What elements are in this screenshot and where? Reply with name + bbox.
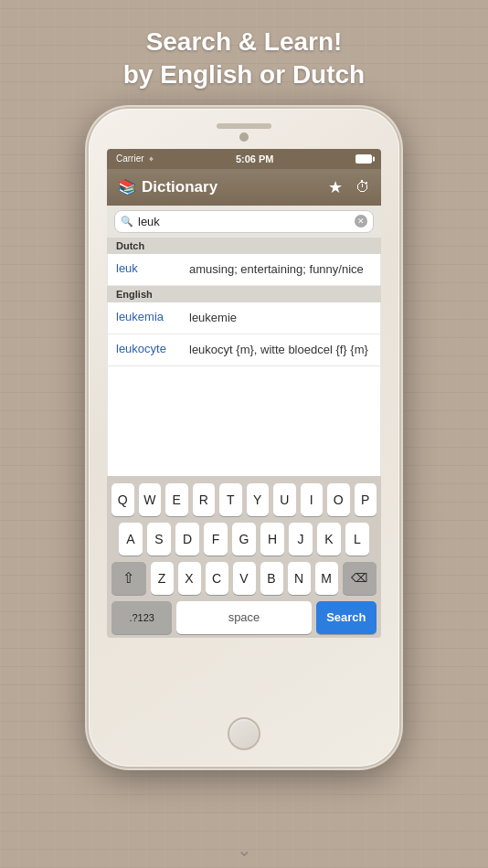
keyboard-row-1: Q W E R T Y U I O P <box>111 483 377 516</box>
key-k[interactable]: K <box>317 523 341 556</box>
key-s[interactable]: S <box>147 523 171 556</box>
result-word-leukocyte[interactable]: leukocyte <box>116 342 189 355</box>
status-time: 5:06 PM <box>236 153 274 164</box>
book-icon: 📚 <box>118 178 136 196</box>
home-button[interactable] <box>228 717 260 750</box>
nav-title: Dictionary <box>142 178 217 196</box>
result-def-leukemia: leukemie <box>189 310 372 326</box>
scroll-down-indicator: ⌄ <box>237 839 252 861</box>
key-r[interactable]: R <box>193 483 216 516</box>
keyboard-row-2: A S D F G H J K L <box>111 523 377 556</box>
phone-frame: Carrier ⌖ 5:06 PM 📚 Dictionary ★ ⏱ 🔍 le <box>89 109 399 767</box>
key-q[interactable]: Q <box>111 483 134 516</box>
carrier-label: Carrier ⌖ <box>116 153 154 164</box>
key-f[interactable]: F <box>204 523 228 556</box>
section-header-english: English <box>107 286 381 302</box>
result-row-leukocyte[interactable]: leukocyte leukocyt {m}, witte bloedcel {… <box>107 334 381 366</box>
history-button[interactable]: ⏱ <box>355 179 370 196</box>
result-word-leuk[interactable]: leuk <box>116 261 189 275</box>
key-p[interactable]: P <box>355 483 377 516</box>
nav-right: ★ ⏱ <box>328 177 370 197</box>
search-input-wrap: 🔍 leuk ✕ <box>114 210 374 233</box>
key-i[interactable]: I <box>301 483 324 516</box>
key-b[interactable]: B <box>260 562 283 595</box>
key-t[interactable]: T <box>219 483 242 516</box>
result-def-leukocyte: leukocyt {m}, witte bloedcel {f} {m} <box>189 342 372 358</box>
key-y[interactable]: Y <box>247 483 270 516</box>
keyboard-row-3: ⇧ Z X C V B N M ⌫ <box>111 562 377 595</box>
key-n[interactable]: N <box>288 562 311 595</box>
favorites-button[interactable]: ★ <box>328 177 343 197</box>
key-d[interactable]: D <box>175 523 199 556</box>
wifi-icon: ⌖ <box>149 154 154 164</box>
result-word-leukemia[interactable]: leukemia <box>116 310 189 323</box>
key-space[interactable]: space <box>176 601 311 634</box>
key-v[interactable]: V <box>233 562 256 595</box>
key-l[interactable]: L <box>345 523 369 556</box>
nav-bar: 📚 Dictionary ★ ⏱ <box>107 169 381 206</box>
battery-icon <box>355 154 372 164</box>
result-def-leuk: amusing; entertaining; funny/nice <box>189 261 372 278</box>
key-e[interactable]: E <box>165 483 188 516</box>
key-u[interactable]: U <box>273 483 296 516</box>
key-shift[interactable]: ⇧ <box>111 562 146 595</box>
clear-button[interactable]: ✕ <box>355 215 367 228</box>
key-g[interactable]: G <box>232 523 256 556</box>
key-m[interactable]: M <box>315 562 338 595</box>
search-input[interactable]: leuk <box>138 215 355 228</box>
phone-speaker <box>217 123 271 129</box>
keyboard-row-4: .?123 space Search <box>111 601 377 634</box>
header-line1: Search & Learn! <box>146 27 343 56</box>
key-o[interactable]: O <box>327 483 350 516</box>
search-icon: 🔍 <box>121 216 133 228</box>
section-header-dutch: Dutch <box>107 238 381 254</box>
search-bar: 🔍 leuk ✕ <box>107 206 381 238</box>
results-area: Dutch leuk amusing; entertaining; funny/… <box>107 238 381 476</box>
key-a[interactable]: A <box>119 523 143 556</box>
key-j[interactable]: J <box>289 523 313 556</box>
key-backspace[interactable]: ⌫ <box>343 562 377 595</box>
status-bar: Carrier ⌖ 5:06 PM <box>107 149 381 169</box>
key-x[interactable]: X <box>178 562 201 595</box>
nav-left: 📚 Dictionary <box>118 178 217 196</box>
key-z[interactable]: Z <box>151 562 174 595</box>
key-search[interactable]: Search <box>316 601 377 634</box>
key-c[interactable]: C <box>206 562 228 595</box>
key-h[interactable]: H <box>260 523 284 556</box>
app-header: Search & Learn! by English or Dutch <box>123 26 365 92</box>
phone-bottom <box>228 638 260 767</box>
battery-area <box>355 154 372 164</box>
result-row-leukemia[interactable]: leukemia leukemie <box>107 302 381 334</box>
phone-camera <box>239 132 249 142</box>
result-row-leuk[interactable]: leuk amusing; entertaining; funny/nice <box>107 254 381 286</box>
key-w[interactable]: W <box>139 483 162 516</box>
header-line2: by English or Dutch <box>123 60 365 89</box>
screen: Carrier ⌖ 5:06 PM 📚 Dictionary ★ ⏱ 🔍 le <box>107 149 381 638</box>
key-numpad[interactable]: .?123 <box>111 601 172 634</box>
keyboard: Q W E R T Y U I O P A S D F G H J K <box>107 476 381 638</box>
